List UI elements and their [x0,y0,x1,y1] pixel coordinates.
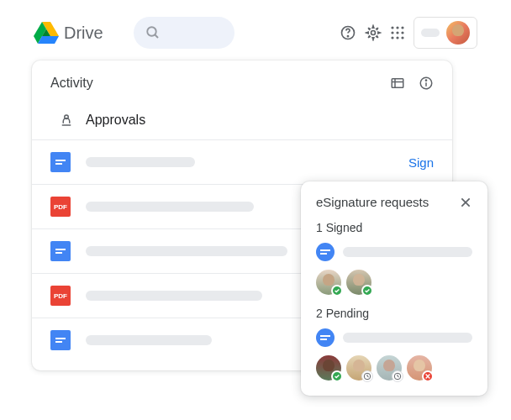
check-badge-icon [361,285,373,297]
reject-badge-icon [422,370,434,382]
signer-avatar[interactable] [316,270,341,295]
filename-placeholder [86,202,254,212]
pdf-file-icon: PDF [50,197,71,217]
svg-point-12 [396,36,398,39]
drive-icon [34,22,59,44]
user-avatar [446,21,470,45]
esignature-header: eSignature requests [316,195,472,209]
signer-avatar[interactable] [316,355,341,381]
account-switcher[interactable] [414,17,477,49]
header-actions [340,17,477,49]
filename-placeholder [86,246,287,256]
document-chip[interactable] [316,328,472,347]
svg-line-1 [155,34,158,38]
approvals-icon [59,113,74,128]
docname-placeholder [343,247,472,257]
activity-title: Activity [50,76,93,91]
doc-file-icon [50,241,71,261]
close-icon[interactable] [459,196,472,209]
docname-placeholder [343,333,472,343]
signer-avatar[interactable] [346,270,371,295]
svg-point-8 [391,31,393,34]
filename-placeholder [86,335,212,345]
svg-rect-14 [392,79,403,88]
app-name: Drive [64,24,103,43]
search-icon [145,25,161,40]
check-badge-icon [331,370,343,382]
esignature-title: eSignature requests [316,195,429,209]
drive-logo[interactable]: Drive [34,22,103,44]
file-row[interactable]: Sign [32,139,452,184]
doc-file-icon [50,152,71,172]
signer-avatars [316,355,472,381]
settings-icon[interactable] [365,24,382,41]
info-icon[interactable] [419,76,434,91]
doc-file-icon [316,328,335,347]
clock-badge-icon [392,370,403,382]
svg-point-13 [401,36,403,39]
doc-file-icon [50,330,71,350]
approvals-label: Approvals [86,113,145,128]
apps-icon[interactable] [390,25,405,40]
svg-point-3 [347,36,348,37]
filename-placeholder [86,157,195,167]
document-chip[interactable] [316,243,472,261]
svg-point-0 [147,27,156,36]
pdf-file-icon: PDF [50,286,71,306]
svg-point-6 [396,26,398,29]
svg-point-4 [371,31,376,35]
filename-placeholder [86,291,262,301]
status-label: 2 Pending [316,307,472,320]
help-icon[interactable] [340,24,356,41]
check-badge-icon [331,285,343,297]
status-label: 1 Signed [316,221,472,234]
signer-avatars [316,270,472,295]
app-header: Drive [0,0,511,57]
activity-header: Activity [32,60,452,102]
svg-point-9 [396,31,398,34]
svg-point-7 [401,26,403,29]
signer-avatar[interactable] [346,355,371,381]
signer-avatar[interactable] [407,355,432,381]
list-view-icon[interactable] [390,76,405,91]
signer-avatar[interactable] [377,355,402,381]
account-label-placeholder [421,29,440,37]
doc-file-icon [316,243,335,261]
approvals-section-header[interactable]: Approvals [32,102,452,139]
clock-badge-icon [361,370,373,382]
search-input[interactable] [134,17,234,49]
sign-button[interactable]: Sign [408,155,434,170]
svg-point-19 [425,80,426,81]
svg-point-11 [391,36,393,39]
svg-point-5 [391,26,393,29]
esignature-panel: eSignature requests 1 Signed2 Pending [301,181,487,396]
svg-point-10 [401,31,403,34]
